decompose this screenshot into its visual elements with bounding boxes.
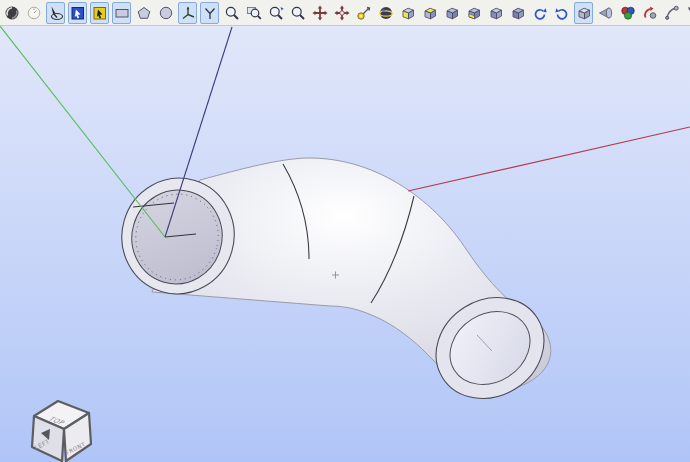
dimension-tool-icon[interactable] [662,2,681,24]
view-left-icon-glyph [444,5,460,21]
zoom-window-icon-glyph [246,5,262,21]
orbit-view-icon-glyph [4,5,20,21]
axes-y-icon[interactable] [200,2,219,24]
zoom-out-icon-glyph [290,5,306,21]
spin-view-icon-glyph [378,5,394,21]
pan-icon-glyph [312,5,328,21]
pan-dynamic-icon-glyph [334,5,350,21]
move-copy-tool-icon[interactable] [684,2,690,24]
view-top-icon[interactable] [420,2,439,24]
orbit-view-icon[interactable] [2,2,21,24]
materials-icon-glyph [620,5,636,21]
undo-icon-glyph [532,5,548,21]
zoom-dynamic-icon[interactable] [266,2,285,24]
main-toolbar [0,0,690,26]
pan-dynamic-icon[interactable] [332,2,351,24]
lasso-select-icon-glyph [48,5,64,21]
circle-tool-icon[interactable] [156,2,175,24]
view-top-icon-glyph [422,5,438,21]
redo-icon[interactable] [552,2,571,24]
zoom-out-icon[interactable] [288,2,307,24]
measure-tool-icon-glyph [642,5,658,21]
view-right-icon[interactable] [464,2,483,24]
polygon-tool-icon-glyph [136,5,152,21]
viewport-canvas[interactable]: TOP LEFT FRONT [0,26,690,462]
rectangle-tool-icon-glyph [114,5,130,21]
rotate-view-tool-icon-glyph [356,5,372,21]
view-left-icon[interactable] [442,2,461,24]
polygon-tool-icon[interactable] [134,2,153,24]
view-bottom-icon[interactable] [508,2,527,24]
axes-y-icon-glyph [202,5,218,21]
select-window-icon-glyph [70,5,86,21]
spin-view-icon[interactable] [376,2,395,24]
lasso-select-icon[interactable] [46,2,65,24]
rectangle-tool-icon[interactable] [112,2,131,24]
select-crossing-icon-glyph [92,5,108,21]
measure-tool-icon[interactable] [640,2,659,24]
dimension-tool-icon-glyph [664,5,680,21]
view-right-icon-glyph [466,5,482,21]
axes-3d-icon[interactable] [178,2,197,24]
zoom-in-icon[interactable] [222,2,241,24]
smooth-shading-icon[interactable] [596,2,615,24]
zoom-window-icon[interactable] [244,2,263,24]
materials-icon[interactable] [618,2,637,24]
zoom-in-icon-glyph [224,5,240,21]
viewport-3d[interactable]: TOP LEFT FRONT [0,26,690,462]
pan-icon[interactable] [310,2,329,24]
select-window-icon[interactable] [68,2,87,24]
shaded-view-icon-glyph [576,5,592,21]
timer-icon-glyph [26,5,42,21]
app-window: TOP LEFT FRONT [0,0,690,462]
move-copy-tool-icon-glyph [686,5,690,21]
view-front-icon[interactable] [398,2,417,24]
view-back-icon[interactable] [486,2,505,24]
redo-icon-glyph [554,5,570,21]
zoom-dynamic-icon-glyph [268,5,284,21]
select-crossing-icon[interactable] [90,2,109,24]
undo-icon[interactable] [530,2,549,24]
smooth-shading-icon-glyph [598,5,614,21]
rotate-view-tool-icon[interactable] [354,2,373,24]
view-bottom-icon-glyph [510,5,526,21]
shaded-view-icon[interactable] [574,2,593,24]
view-back-icon-glyph [488,5,504,21]
view-front-icon-glyph [400,5,416,21]
axes-3d-icon-glyph [180,5,196,21]
circle-tool-icon-glyph [158,5,174,21]
timer-icon[interactable] [24,2,43,24]
